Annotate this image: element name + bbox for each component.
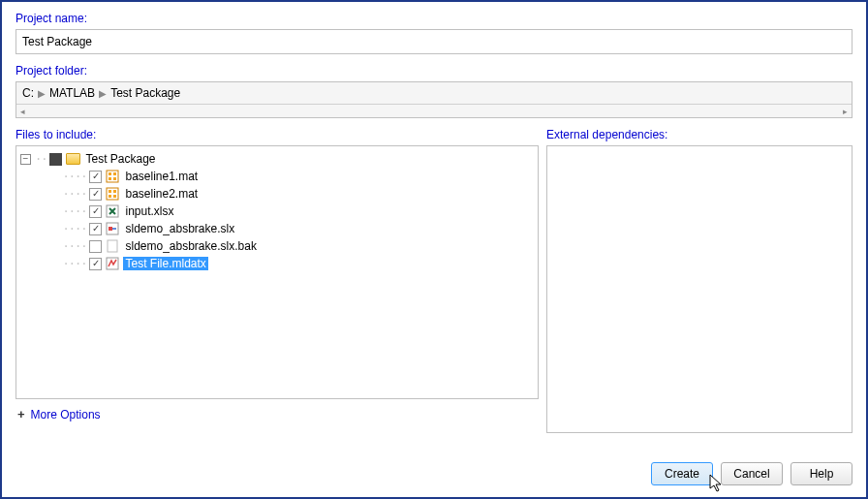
mat-file-icon [105,169,120,184]
tree-item-row[interactable]: ···· input.xlsx [20,203,534,220]
help-button[interactable]: Help [790,462,852,485]
svg-rect-2 [113,172,116,175]
files-tree-panel: − ·· Test Package ···· baseline1.mat [16,145,539,399]
file-icon [105,238,120,254]
breadcrumb[interactable]: C: ▶ MATLAB ▶ Test Package [16,82,852,104]
tree-checkbox[interactable] [89,188,102,201]
project-folder-box: C: ▶ MATLAB ▶ Test Package ◂ ▸ [16,81,852,118]
tree-checkbox[interactable] [89,171,102,183]
svg-rect-1 [108,172,111,175]
project-name-label: Project name: [16,12,852,25]
tree-item-label: baseline1.mat [123,170,200,183]
tree-root-row[interactable]: − ·· Test Package [20,150,534,168]
files-to-include-label: Files to include: [16,128,539,141]
svg-rect-5 [107,188,118,200]
breadcrumb-segment[interactable]: Test Package [110,86,180,100]
tree-item-row[interactable]: ···· baseline2.mat [20,185,534,203]
svg-rect-13 [108,240,117,252]
svg-rect-6 [108,190,111,193]
breadcrumb-segment[interactable]: MATLAB [49,86,95,100]
tree-checkbox[interactable] [89,223,102,235]
tree-item-row[interactable]: ···· sldemo_absbrake.slx.bak [20,237,534,255]
tree-item-row[interactable]: ···· Test File.mldatx [20,255,534,272]
svg-rect-12 [108,227,112,231]
svg-rect-0 [107,171,118,182]
tree-item-label: input.xlsx [123,204,175,218]
plus-icon: + [17,407,25,421]
mldatx-file-icon [105,256,120,271]
svg-rect-9 [113,195,116,198]
create-button[interactable]: Create [651,462,713,485]
tree-checkbox[interactable] [89,205,102,218]
tree-item-label: sldemo_absbrake.slx.bak [123,239,258,253]
mat-file-icon [105,186,120,202]
tree-collapse-icon[interactable]: − [20,154,31,165]
tree-item-row[interactable]: ···· baseline1.mat [20,168,534,185]
dialog-frame: Project name: Project folder: C: ▶ MATLA… [0,0,868,499]
scroll-left-icon[interactable]: ◂ [20,107,25,116]
tree-item-label: baseline2.mat [123,187,200,201]
chevron-right-icon: ▶ [36,88,47,99]
svg-rect-3 [108,177,111,180]
breadcrumb-segment[interactable]: C: [22,86,34,100]
dialog-button-row: Create Cancel Help [16,433,852,489]
chevron-right-icon: ▶ [97,88,108,99]
svg-rect-7 [113,190,116,193]
project-folder-label: Project folder: [16,64,852,78]
tree-item-label: sldemo_absbrake.slx [123,222,236,235]
tree-checkbox[interactable] [89,258,102,270]
scroll-right-icon[interactable]: ▸ [843,107,848,116]
external-deps-panel [546,145,852,433]
xlsx-file-icon [105,203,120,219]
slx-file-icon [105,221,120,236]
more-options-label: More Options [31,408,101,421]
tree-root-label: Test Package [83,152,157,166]
more-options-link[interactable]: + More Options [16,399,539,433]
external-deps-label: External dependencies: [546,128,852,141]
cancel-button[interactable]: Cancel [721,462,783,485]
folder-scrollbar[interactable]: ◂ ▸ [16,104,852,117]
tree-item-label: Test File.mldatx [123,257,207,270]
tree-checkbox[interactable] [89,240,102,253]
tree-checkbox[interactable] [49,153,62,166]
folder-icon [65,151,80,167]
tree-item-row[interactable]: ···· sldemo_absbrake.slx [20,220,534,237]
svg-rect-4 [113,177,116,180]
project-name-input[interactable] [16,29,852,54]
svg-rect-8 [108,195,111,198]
